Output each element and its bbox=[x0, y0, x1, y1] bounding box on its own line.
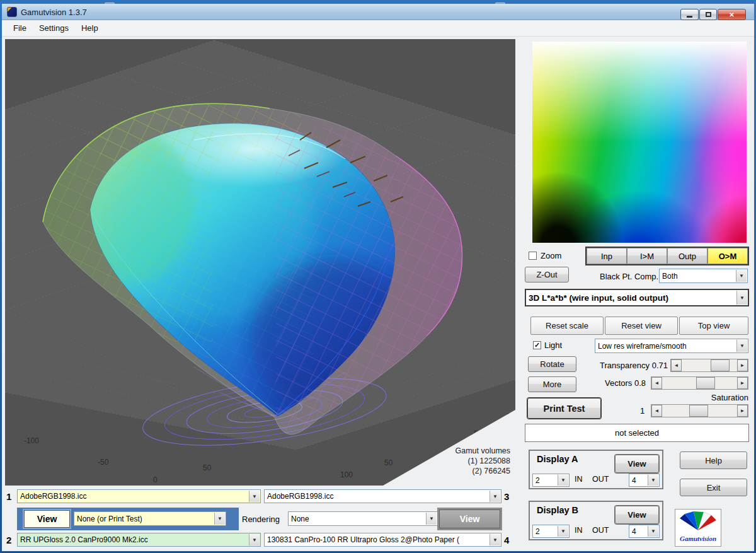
slot-4-number: 4 bbox=[504, 535, 509, 545]
gamutvision-logo: Gamutvision bbox=[675, 509, 721, 547]
reset-view-button[interactable]: Reset view bbox=[605, 317, 678, 335]
slider-left-arrow-icon[interactable]: ◄ bbox=[671, 359, 682, 371]
display-b-left-select[interactable]: 2 ▼ bbox=[532, 525, 570, 538]
svg-text:(2) 766245: (2) 766245 bbox=[472, 467, 511, 475]
chevron-down-icon[interactable]: ▼ bbox=[648, 526, 658, 537]
slider-left-arrow-icon[interactable]: ◄ bbox=[651, 377, 662, 389]
close-button[interactable]: ✕ bbox=[718, 9, 746, 20]
slider-right-arrow-icon[interactable]: ► bbox=[737, 405, 748, 417]
display-b-view-button[interactable]: View bbox=[615, 506, 659, 524]
mode-button-group: Inp I>M Outp O>M bbox=[585, 247, 749, 265]
maximize-button[interactable] bbox=[699, 9, 717, 20]
chevron-down-icon[interactable]: ▼ bbox=[214, 513, 225, 525]
profile-4-select[interactable]: 130831 CanPro-100 RR Ultrapro Gloss 2@Ph… bbox=[264, 533, 501, 547]
chevron-down-icon[interactable]: ▼ bbox=[490, 491, 500, 502]
maximize-icon bbox=[706, 12, 711, 17]
display-b-title: Display B bbox=[537, 505, 578, 515]
chevron-down-icon[interactable]: ▼ bbox=[736, 291, 747, 305]
mode-inp-button[interactable]: Inp bbox=[587, 248, 627, 264]
mode-im-button[interactable]: I>M bbox=[627, 248, 667, 264]
menu-help[interactable]: Help bbox=[75, 21, 105, 35]
slider-left-arrow-icon[interactable]: ◄ bbox=[651, 405, 662, 417]
chevron-down-icon[interactable]: ▼ bbox=[426, 513, 437, 525]
view-mode-select[interactable]: 3D L*a*b* (wire input, solid output) ▼ bbox=[525, 289, 749, 306]
display-b-right-select[interactable]: 4 ▼ bbox=[629, 525, 660, 538]
black-pt-select[interactable]: Both ▼ bbox=[659, 269, 748, 283]
exit-button[interactable]: Exit bbox=[680, 479, 747, 496]
slider-thumb[interactable] bbox=[711, 359, 730, 371]
view-right-button[interactable]: View bbox=[439, 509, 500, 528]
display-a-view-button[interactable]: View bbox=[615, 455, 659, 473]
menubar: File Settings Help bbox=[2, 20, 754, 37]
svg-text:50: 50 bbox=[203, 463, 212, 472]
menu-file[interactable]: File bbox=[7, 21, 33, 35]
light-checkbox[interactable] bbox=[533, 341, 541, 349]
svg-text:100: 100 bbox=[340, 470, 353, 479]
top-view-button[interactable]: Top view bbox=[679, 317, 748, 335]
profile-1-select[interactable]: AdobeRGB1998.icc ▼ bbox=[17, 489, 261, 503]
chevron-down-icon[interactable]: ▼ bbox=[249, 534, 260, 545]
minimize-icon bbox=[687, 16, 692, 18]
light-label: Light bbox=[544, 341, 562, 350]
pattern-select[interactable]: None (or Print Test) ▼ bbox=[74, 511, 226, 526]
vectors-label: Vectors 0.8 bbox=[567, 378, 646, 388]
zoom-label: Zoom bbox=[541, 251, 561, 260]
transparency-label: Transparency 0.71 bbox=[586, 361, 668, 370]
rotate-button[interactable]: Rotate bbox=[528, 356, 576, 372]
slider-track[interactable] bbox=[662, 405, 737, 417]
rendering-select[interactable]: None ▼ bbox=[288, 511, 438, 526]
slot-2-number: 2 bbox=[6, 535, 11, 545]
svg-text:Gamutvision: Gamutvision bbox=[680, 535, 716, 542]
svg-text:(1) 1225088: (1) 1225088 bbox=[468, 457, 510, 465]
svg-text:-100: -100 bbox=[24, 436, 39, 445]
print-test-button[interactable]: Print Test bbox=[527, 398, 601, 419]
profile-2-select[interactable]: RR UPGloss 2.0 CanPro9000 Mk2.icc ▼ bbox=[17, 533, 261, 547]
vectors-slider[interactable]: ◄ ► bbox=[651, 376, 748, 390]
chevron-down-icon[interactable]: ▼ bbox=[249, 491, 260, 502]
slider-thumb[interactable] bbox=[689, 405, 708, 417]
black-pt-label: Black Pt. Comp. bbox=[600, 272, 658, 281]
svg-text:Gamut volumes: Gamut volumes bbox=[455, 446, 510, 455]
display-a-in-label: IN bbox=[575, 475, 583, 484]
display-a-right-select[interactable]: 4 ▼ bbox=[629, 474, 660, 487]
svg-text:50: 50 bbox=[384, 458, 393, 467]
display-a-left-select[interactable]: 2 ▼ bbox=[532, 474, 570, 487]
view-left-button[interactable]: View bbox=[24, 510, 70, 528]
app-icon bbox=[7, 7, 17, 17]
saturation-label: Saturation bbox=[680, 393, 748, 402]
slot-1-number: 1 bbox=[6, 491, 11, 502]
chevron-down-icon[interactable]: ▼ bbox=[648, 475, 658, 486]
profile-3-select[interactable]: AdobeRGB1998.icc ▼ bbox=[264, 489, 501, 503]
status-readout: not selected bbox=[525, 424, 749, 442]
slot-3-number: 3 bbox=[504, 491, 509, 502]
minimize-button[interactable] bbox=[680, 9, 699, 20]
mode-outp-button[interactable]: Outp bbox=[667, 248, 707, 264]
display-b-out-label: OUT bbox=[592, 526, 609, 535]
rendering-label: Rendering bbox=[242, 515, 280, 524]
chevron-down-icon[interactable]: ▼ bbox=[558, 475, 568, 486]
slider-right-arrow-icon[interactable]: ► bbox=[737, 359, 748, 371]
chevron-down-icon[interactable]: ▼ bbox=[736, 340, 747, 352]
saturation-slider[interactable]: ◄ ► bbox=[651, 404, 748, 417]
color-map-preview bbox=[532, 42, 747, 243]
mode-om-button[interactable]: O>M bbox=[707, 248, 748, 264]
zoom-checkbox[interactable] bbox=[529, 252, 537, 260]
render-quality-select[interactable]: Low res wireframe/smooth ▼ bbox=[595, 339, 748, 353]
menu-settings[interactable]: Settings bbox=[33, 21, 75, 35]
chevron-down-icon[interactable]: ▼ bbox=[736, 270, 747, 282]
help-button[interactable]: Help bbox=[680, 451, 747, 469]
reset-scale-button[interactable]: Reset scale bbox=[530, 317, 604, 335]
display-a-title: Display A bbox=[537, 454, 578, 464]
chevron-down-icon[interactable]: ▼ bbox=[490, 534, 500, 545]
gamut-3d-plot[interactable]: -100 -50 0 50 100 50 -50 -100 bbox=[5, 39, 515, 486]
slider-track[interactable] bbox=[682, 359, 737, 371]
display-b-in-label: IN bbox=[575, 526, 583, 535]
chevron-down-icon[interactable]: ▼ bbox=[558, 526, 568, 537]
transparency-slider[interactable]: ◄ ► bbox=[670, 359, 748, 372]
slider-thumb[interactable] bbox=[696, 377, 715, 389]
display-a-out-label: OUT bbox=[592, 475, 609, 484]
slider-track[interactable] bbox=[662, 377, 737, 389]
slider-right-arrow-icon[interactable]: ► bbox=[737, 377, 748, 389]
z-out-button[interactable]: Z-Out bbox=[525, 267, 569, 282]
svg-text:0: 0 bbox=[153, 475, 158, 484]
